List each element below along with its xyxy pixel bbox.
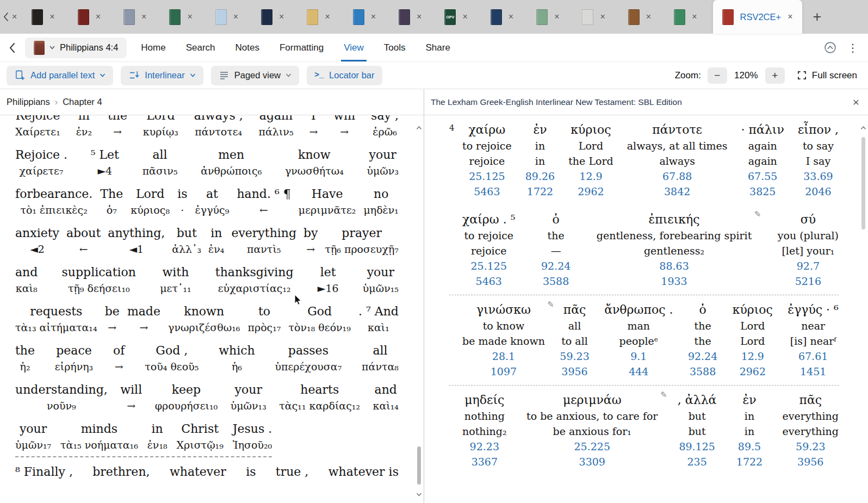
word-pair[interactable]: made→ [127,303,160,334]
pencil-icon[interactable]: ✎ [660,390,667,400]
english-word[interactable]: minds [81,421,117,437]
word-pair[interactable]: everythingπαντὶ₅ [231,225,296,256]
greek-word[interactable]: καὶ₈ [16,281,38,295]
document-tab[interactable]: × [571,0,616,34]
english-word[interactable]: I [311,115,316,124]
english-word[interactable]: which [219,343,255,359]
greek-word-column[interactable]: ἐγγύς · ⁶near[is] nearᶠ67.611451 [788,302,839,378]
greek-word[interactable]: ◄1 [129,242,144,256]
left-scrollbar[interactable] [414,115,424,503]
greek-word[interactable]: μηδὲν₁ [363,203,399,217]
greek-word-column[interactable]: ὁthethe92.243588 [688,302,717,378]
louw-nida-number[interactable]: 67.88 [662,170,692,183]
tab-close-icon[interactable]: × [371,13,376,21]
english-word[interactable]: ⁸ Finally , [15,464,73,480]
greek-lemma[interactable]: κύριος [571,122,611,138]
english-word[interactable]: your [369,147,396,163]
reference-picker[interactable]: Philippians 4:4 [25,38,127,58]
english-word[interactable]: of [113,343,125,359]
word-pair[interactable]: allπᾶσιν₅ [142,147,178,178]
greek-word[interactable]: εὐχαριστίας₁₂ [218,281,291,295]
word-pair[interactable]: butἀλλ᾽₃ [172,225,201,256]
locator-bar-button[interactable]: >_ Locator bar [307,66,382,85]
greek-word[interactable]: ἡ₂ [20,359,30,374]
greek-word[interactable]: Ἰησοῦ₂₀ [233,438,272,452]
scroll-up-icon[interactable] [415,124,423,132]
document-tab[interactable]: × [66,0,112,34]
greek-word[interactable]: τὸν₁₈ θεόν₁₉ [289,320,351,334]
greek-word[interactable]: · [181,203,184,217]
pencil-icon[interactable]: ✎ [547,300,554,309]
greek-word[interactable]: γνωριζέσθω₁₆ [168,320,240,334]
greek-word[interactable]: → [139,320,148,334]
greek-lemma[interactable]: μεριμνάω [563,393,622,408]
greek-lemma[interactable]: γινώσκω [476,302,531,318]
paged-view-button[interactable]: Paged view [211,66,299,85]
english-word[interactable]: peace [56,343,92,359]
document-tab[interactable]: × [158,0,203,34]
word-pair[interactable]: let►16 [318,264,339,295]
english-word[interactable]: everything [231,225,296,241]
word-pair[interactable]: ChristΧριστῷ₁₉ [177,421,224,452]
document-tab[interactable]: × [112,0,158,34]
tab-close-icon[interactable]: × [279,13,284,21]
greek-word[interactable]: → [113,125,122,139]
greek-lemma[interactable]: ἐγγύς · ⁶ [788,302,839,318]
greek-word[interactable]: ὑμῶν₁₅ [363,281,399,295]
louw-nida-number[interactable]: 88.63 [659,259,689,273]
greek-lemma[interactable]: ἄνθρωπος . [604,302,673,318]
english-word[interactable]: in [152,421,163,437]
more-options-icon[interactable]: ⋮ [847,41,858,54]
word-pair[interactable]: mindsτὰ₁₅ νοήματα₁₆ [60,421,138,452]
english-word[interactable]: . ⁷ And [358,303,399,320]
scrollbar-thumb[interactable] [861,137,865,229]
menu-view[interactable]: View [344,34,364,61]
breadcrumb-book[interactable]: Philippians [7,97,50,107]
greek-word[interactable]: ►16 [318,281,339,295]
close-panel-icon[interactable]: × [853,96,859,108]
document-tab[interactable]: × [20,0,66,34]
greek-word[interactable]: ← [259,203,268,217]
menu-tools[interactable]: Tools [384,34,406,61]
word-pair[interactable]: true , [276,464,309,481]
word-pair[interactable]: I→ [309,115,318,139]
tab-close-icon[interactable]: × [96,13,101,21]
greek-word[interactable]: τοῦ₄ θεοῦ₅ [145,359,199,374]
word-pair[interactable]: forbearance.τὸ₁ ἐπιεικὲς₂ [15,186,92,217]
english-word[interactable]: but [177,225,197,241]
english-word[interactable]: ⁵ Let [91,147,119,163]
word-pair[interactable]: ⁵ Let►4 [91,147,119,178]
english-word[interactable]: Rejoice [15,115,60,124]
word-pair[interactable]: keepφρουρήσει₁₀ [155,382,218,413]
louw-nida-number[interactable]: 25.125 [471,259,507,273]
greek-word[interactable]: παντὶ₅ [247,242,281,256]
strongs-number[interactable]: 3825 [749,185,776,198]
english-word[interactable]: in [210,225,222,241]
english-word[interactable]: always , [194,115,243,124]
greek-lemma[interactable]: χαίρω [469,122,506,138]
scroll-down-icon[interactable] [415,490,423,499]
word-pair[interactable]: requestsτὰ₁₃ αἰτήματα₁₄ [15,303,97,334]
zoom-in-button[interactable]: + [765,67,785,84]
louw-nida-number[interactable]: 25.125 [469,170,505,183]
word-pair[interactable]: inἐν₄ [208,225,224,256]
greek-lemma[interactable]: ἐπιεικής [648,212,699,227]
tab-close-icon[interactable]: × [233,13,238,21]
greek-word[interactable]: γνωσθήτω₄ [285,164,344,178]
word-pair[interactable]: knownγνωριζέσθω₁₆ [168,303,240,334]
louw-nida-number[interactable]: 59.23 [796,440,825,454]
louw-nida-number[interactable]: 92.24 [688,350,717,363]
greek-lemma[interactable]: πᾶς [799,393,822,408]
greek-word[interactable]: ἐγγύς₉ [195,203,230,217]
greek-word[interactable]: ὁ₇ [107,203,117,217]
word-pair[interactable]: about← [66,225,101,256]
english-word[interactable]: by [303,225,318,241]
english-word[interactable]: all [373,343,387,359]
louw-nida-number[interactable]: 59.23 [560,350,589,363]
word-pair[interactable]: andκαὶ₈ [15,264,38,295]
english-word[interactable]: to [258,303,270,320]
strongs-number[interactable]: 1451 [800,365,826,378]
english-word[interactable]: with [162,264,189,281]
english-word[interactable]: is [246,464,256,480]
greek-word-column[interactable]: ἐνinin89.261722 [525,122,555,198]
